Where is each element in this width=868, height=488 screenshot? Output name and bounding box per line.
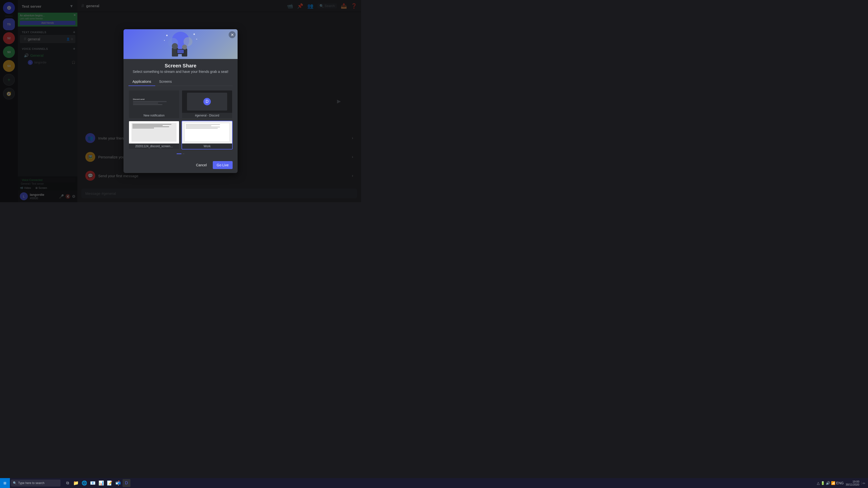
modal-overlay: ✕ Screen Share Select something to strea…: [0, 0, 361, 202]
work-thumbnail: [182, 121, 232, 143]
discord-app-label: #general - Discord: [182, 113, 232, 118]
notif-line-1: [133, 101, 167, 102]
svg-point-10: [182, 44, 187, 50]
screenshot-app-label: 20201124_discord_screen...: [129, 143, 179, 149]
notification-content-preview: Discord send: [131, 97, 177, 106]
cancel-button[interactable]: Cancel: [192, 161, 211, 169]
app-item-notification[interactable]: Discord send New notification: [128, 90, 180, 119]
notif-line-3: [133, 104, 162, 105]
work-line-2: [186, 125, 211, 126]
modal-close-button[interactable]: ✕: [229, 31, 236, 38]
app-item-screenshot[interactable]: 20201124_discord_screen...: [128, 121, 180, 150]
screenshot-content-preview: [131, 123, 177, 142]
ss-line-2: [132, 125, 163, 126]
modal-hero-illustration: [153, 29, 208, 59]
discord-large-icon: D: [204, 98, 211, 105]
work-content-preview: [185, 123, 230, 142]
svg-rect-12: [177, 50, 184, 53]
modal-subtitle: Select something to stream and have your…: [128, 70, 232, 74]
work-line-4: [186, 128, 218, 129]
svg-point-3: [166, 35, 168, 36]
notif-line-2: [133, 103, 158, 104]
work-line-3: [186, 127, 220, 127]
notification-app-label: New notification: [129, 113, 179, 118]
svg-point-5: [164, 40, 165, 41]
modal-body: Screen Share Select something to stream …: [124, 59, 238, 161]
ss-line-3: [132, 126, 169, 127]
discord-thumbnail: D: [182, 91, 232, 113]
notif-title-preview: Discord send: [133, 98, 175, 100]
tab-screens[interactable]: Screens: [155, 77, 176, 86]
ss-line-1: [132, 124, 171, 125]
svg-point-8: [172, 43, 178, 49]
notif-lines: [133, 101, 175, 105]
screen-share-modal: ✕ Screen Share Select something to strea…: [124, 29, 238, 173]
scroll-indicator: [128, 154, 232, 154]
work-line-1: [186, 124, 220, 125]
svg-point-6: [196, 39, 197, 40]
ss-line-4: [132, 128, 154, 128]
apps-grid: Discord send New notification: [128, 90, 232, 150]
modal-tabs: Applications Screens: [128, 77, 232, 86]
svg-point-4: [193, 33, 195, 35]
modal-title: Screen Share: [128, 63, 232, 69]
scroll-dot-1: [177, 154, 182, 154]
go-live-button[interactable]: Go Live: [213, 161, 232, 169]
modal-footer: Cancel Go Live: [124, 161, 238, 173]
modal-hero-section: ✕: [124, 29, 238, 59]
discord-app: ⊕ TS S2 S3 S4 + 🧭 Test server ▼ An adven…: [0, 0, 361, 202]
work-app-label: Work: [182, 143, 232, 149]
tab-applications[interactable]: Applications: [128, 77, 155, 86]
screenshot-thumbnail: [129, 121, 179, 143]
notification-thumbnail: Discord send: [129, 91, 179, 113]
discord-window-preview: D: [187, 93, 227, 110]
app-item-discord[interactable]: D #general - Discord: [182, 90, 232, 119]
scroll-dot-2: [183, 154, 185, 154]
app-item-work[interactable]: Work: [182, 121, 232, 150]
